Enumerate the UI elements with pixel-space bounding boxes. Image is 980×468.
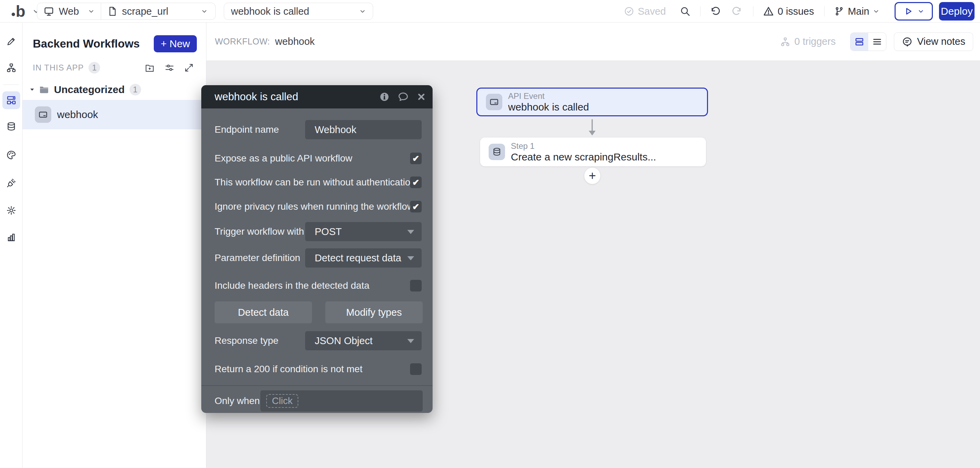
ignore-privacy-checkbox[interactable]: ✔ [410, 201, 422, 212]
workflow-item-label: webhook [57, 109, 98, 120]
left-icon-rail [0, 22, 22, 468]
only-when-placeholder[interactable]: Click [266, 394, 298, 408]
workflow-select[interactable]: webhook is called [224, 3, 373, 20]
warning-triangle-icon [763, 6, 774, 17]
triggers-sitemap-icon [780, 37, 791, 47]
detect-data-button[interactable]: Detect data [215, 301, 312, 323]
workflow-select-value: webhook is called [231, 6, 309, 17]
return-200-checkbox[interactable] [410, 363, 422, 375]
view-mode-toggle [850, 32, 886, 51]
modal-title: webhook is called [215, 91, 298, 103]
dropdown-triangle-icon [407, 256, 414, 260]
backend-workflows-panel: Backend Workflows + New IN THIS APP 1 Un… [22, 22, 207, 468]
panel-title: Backend Workflows [33, 37, 140, 50]
view-notes-button[interactable]: View notes [894, 32, 973, 51]
branch-select[interactable]: Main [834, 6, 880, 17]
add-step-button[interactable]: + [584, 168, 600, 184]
workflow-node-api-event[interactable]: API Event webhook is called [476, 88, 708, 116]
plug-icon [6, 178, 16, 188]
scope-count-badge: 1 [89, 62, 100, 73]
workflow-list-item-webhook[interactable]: webhook [22, 100, 206, 129]
database-icon [6, 121, 16, 132]
include-headers-checkbox[interactable] [410, 280, 422, 291]
play-icon [904, 6, 913, 16]
view-mode-list[interactable] [868, 33, 886, 51]
add-folder-icon[interactable] [145, 62, 155, 73]
bubble-logo[interactable]: b [12, 3, 25, 19]
workflow-node-step-1[interactable]: Step 1 Create a new scrapingResults... [480, 137, 706, 166]
gear-icon [6, 205, 16, 216]
endpoint-name-row: Endpoint name Webhook [215, 120, 422, 139]
rail-logs-tab[interactable] [2, 228, 20, 246]
ignore-privacy-row: Ignore privacy rules when running the wo… [215, 201, 422, 212]
page-select[interactable]: scrape_url [101, 3, 215, 19]
triggers-indicator: 0 triggers [780, 36, 836, 47]
expand-icon[interactable] [184, 63, 194, 72]
save-status-label: Saved [638, 6, 666, 17]
endpoint-name-input[interactable]: Webhook [305, 120, 422, 139]
info-icon[interactable] [379, 92, 390, 102]
chevron-down-icon [88, 8, 95, 15]
detect-buttons-row: Detect data Modify types [215, 301, 422, 323]
pencil-icon [6, 36, 16, 46]
only-when-input[interactable]: Click [260, 390, 423, 412]
trigger-method-row: Trigger workflow with POST [215, 222, 422, 241]
endpoint-name-value: Webhook [315, 124, 356, 136]
connector-arrow-down-icon [586, 119, 598, 136]
caret-down-icon[interactable] [29, 86, 35, 93]
modify-types-button[interactable]: Modify types [325, 301, 423, 323]
branch-name-label: Main [848, 6, 869, 17]
include-headers-row: Include headers in the detected data [215, 280, 422, 291]
note-bubble-icon [902, 36, 913, 47]
workflow-name: webhook [275, 36, 315, 47]
preview-run-button[interactable] [894, 2, 933, 21]
node-kind-label: Step 1 [511, 141, 656, 151]
rail-styles-tab[interactable] [2, 146, 20, 164]
endpoint-name-label: Endpoint name [215, 124, 279, 135]
no-auth-checkbox[interactable]: ✔ [410, 177, 422, 188]
expose-api-checkbox[interactable]: ✔ [410, 153, 422, 164]
folder-icon [38, 84, 49, 95]
issues-indicator[interactable]: 0 issues [763, 6, 814, 17]
top-bar: b Web scrape_url webhook is called [0, 0, 980, 22]
database-step-icon [488, 144, 505, 160]
redo-icon[interactable] [731, 6, 742, 17]
platform-select[interactable]: Web [37, 3, 101, 19]
rail-plugins-tab[interactable] [2, 174, 20, 192]
expose-api-row: Expose as a public API workflow ✔ [215, 153, 422, 164]
close-icon[interactable] [417, 93, 426, 101]
workflow-icon [6, 95, 17, 106]
no-auth-row: This workflow can be run without authent… [215, 177, 422, 188]
page-select-value: scrape_url [122, 6, 168, 17]
view-mode-cards[interactable] [851, 33, 868, 51]
comment-bubble-icon[interactable] [398, 91, 409, 103]
parameter-definition-select[interactable]: Detect request data [305, 248, 422, 268]
node-title: Create a new scrapingResults... [511, 151, 656, 163]
rail-design-tab[interactable] [2, 32, 20, 50]
page-file-icon [107, 6, 118, 16]
folder-row-uncategorized[interactable]: Uncategorized 1 [22, 81, 206, 98]
search-icon[interactable] [679, 6, 690, 17]
folder-name: Uncategorized [54, 84, 125, 96]
deploy-button[interactable]: Deploy [939, 2, 975, 21]
response-type-select[interactable]: JSON Object [305, 331, 422, 350]
rail-settings-tab[interactable] [2, 201, 20, 219]
return-200-row: Return a 200 if condition is not met [215, 363, 422, 375]
monitor-icon [43, 6, 54, 17]
dropdown-triangle-icon [407, 230, 414, 234]
scope-label: IN THIS APP [33, 63, 84, 72]
undo-icon[interactable] [710, 6, 721, 17]
git-branch-icon [834, 6, 844, 16]
dropdown-triangle-icon [407, 339, 414, 343]
filter-sliders-icon[interactable] [164, 62, 175, 73]
rail-data-tab[interactable] [2, 118, 20, 136]
check-circle-icon [624, 6, 634, 16]
rail-pages-tab[interactable] [2, 59, 20, 77]
new-workflow-button[interactable]: + New [154, 35, 197, 52]
modal-header[interactable]: webhook is called [201, 85, 433, 109]
event-properties-modal: webhook is called Endpoint name Webhook … [201, 85, 433, 413]
modal-divider [201, 385, 433, 386]
rail-workflows-tab[interactable] [2, 91, 20, 109]
platform-page-select-group: Web scrape_url [37, 3, 216, 20]
trigger-method-select[interactable]: POST [305, 222, 422, 241]
